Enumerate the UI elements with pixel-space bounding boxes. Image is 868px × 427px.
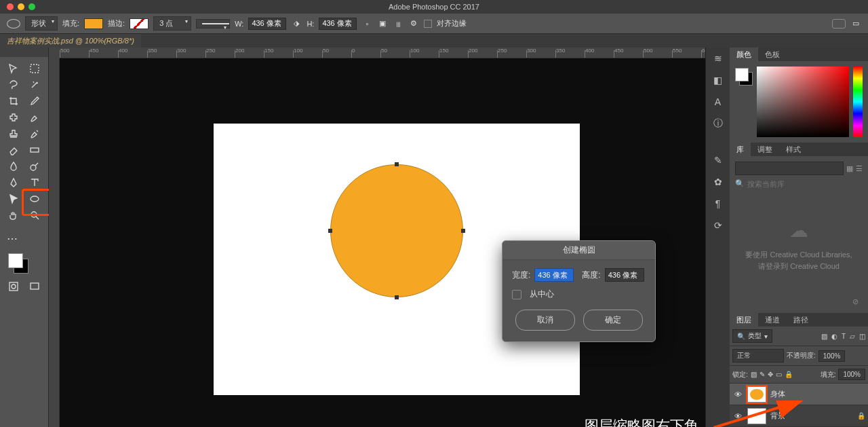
lock-pixels-icon[interactable]: ✎: [760, 371, 765, 378]
transform-handle[interactable]: [461, 229, 465, 233]
edit-toolbar-icon[interactable]: ⋯: [7, 232, 18, 245]
tab-libraries[interactable]: 库: [730, 143, 751, 157]
eraser-tool-icon[interactable]: [4, 143, 24, 157]
fill-opacity-field[interactable]: 100%: [838, 369, 865, 380]
stroke-style-dropdown[interactable]: [196, 19, 230, 29]
transform-handle[interactable]: [328, 229, 332, 233]
path-select-tool-icon[interactable]: [4, 191, 24, 206]
lock-pos-icon[interactable]: ✥: [768, 371, 773, 378]
lock-artboard-icon[interactable]: ▭: [776, 371, 782, 378]
properties-panel-icon[interactable]: ◧: [711, 73, 725, 87]
quickmask-icon[interactable]: [4, 279, 24, 294]
list-view-icon[interactable]: ☰: [856, 164, 863, 173]
pen-tool-icon[interactable]: [4, 175, 24, 190]
tab-channels[interactable]: 通道: [758, 313, 787, 327]
stamp-tool-icon[interactable]: [4, 126, 24, 141]
brush-tool-icon[interactable]: [25, 110, 45, 125]
dodge-tool-icon[interactable]: [25, 159, 45, 174]
grid-view-icon[interactable]: ▦: [846, 164, 853, 173]
lasso-tool-icon[interactable]: [4, 77, 24, 92]
library-search[interactable]: [747, 180, 863, 188]
hand-tool-icon[interactable]: [4, 208, 24, 223]
document-tabs: 吉祥物案例实战.psd @ 100%(RGB/8*): [0, 34, 868, 48]
stroke-weight-dropdown[interactable]: 3 点: [153, 16, 191, 31]
sync-panel-icon[interactable]: ⟳: [711, 219, 725, 232]
close-icon[interactable]: [7, 3, 14, 10]
search-icon[interactable]: [832, 19, 846, 29]
from-center-checkbox[interactable]: [512, 290, 521, 299]
collapsed-panels: ≋ ◧ A ⓘ ✎ ✿ ¶ ⟳: [705, 48, 730, 427]
move-tool-icon[interactable]: [4, 61, 24, 76]
ellipse-tool-icon[interactable]: [7, 19, 20, 29]
blur-tool-icon[interactable]: [4, 159, 24, 174]
character-panel-icon[interactable]: A: [711, 95, 725, 109]
hue-slider[interactable]: [853, 67, 863, 137]
layer-name[interactable]: 身体: [770, 389, 785, 399]
healing-tool-icon[interactable]: [4, 110, 24, 125]
crop-tool-icon[interactable]: [4, 94, 24, 109]
filter-adjust-icon[interactable]: ◐: [831, 333, 837, 340]
cancel-button[interactable]: 取消: [515, 310, 575, 331]
cc-icon[interactable]: ⊘: [852, 297, 859, 305]
mode-dropdown[interactable]: 形状: [25, 16, 58, 31]
lock-all-icon[interactable]: 🔒: [785, 371, 793, 378]
visibility-icon[interactable]: 👁: [732, 390, 743, 398]
right-panels: 颜色 色板 库 调整 样式 ▦ ☰ 🔍 ☁ 要使用 Crea: [730, 48, 868, 427]
height-field[interactable]: [319, 18, 357, 30]
tab-color[interactable]: 颜色: [730, 48, 758, 62]
tab-paths[interactable]: 路径: [787, 313, 815, 327]
transform-handle[interactable]: [395, 162, 399, 166]
filter-type-icon[interactable]: T: [842, 333, 846, 340]
tab-layers[interactable]: 图层: [730, 313, 758, 327]
filter-smart-icon[interactable]: ◫: [859, 333, 865, 340]
history-brush-tool-icon[interactable]: [25, 126, 45, 141]
ok-button[interactable]: 确定: [583, 310, 643, 331]
history-panel-icon[interactable]: ≋: [711, 52, 725, 65]
lock-trans-icon[interactable]: ▧: [751, 371, 757, 378]
marquee-tool-icon[interactable]: [25, 61, 45, 76]
path-align-icon[interactable]: ▫: [361, 18, 372, 29]
layer-filter-dropdown[interactable]: 🔍 类型 ▾: [732, 329, 772, 343]
transform-handle[interactable]: [395, 295, 399, 299]
info-panel-icon[interactable]: ⓘ: [711, 117, 725, 130]
document-tab[interactable]: 吉祥物案例实战.psd @ 100%(RGB/8*): [0, 34, 141, 48]
opacity-field[interactable]: 100%: [818, 350, 846, 362]
create-ellipse-dialog: 创建椭圆 宽度: 高度: 从中心 取消 确定: [502, 240, 656, 342]
color-swatches[interactable]: [8, 253, 28, 274]
color-field[interactable]: [757, 67, 849, 137]
tab-swatches[interactable]: 色板: [758, 48, 787, 62]
gradient-tool-icon[interactable]: [25, 143, 45, 157]
gear-icon[interactable]: ⚙: [408, 18, 419, 29]
path-arrange-icon[interactable]: ▣: [377, 18, 388, 29]
panel-color-swatch[interactable]: [735, 68, 753, 86]
filter-pixel-icon[interactable]: ▧: [821, 333, 827, 340]
type-tool-icon[interactable]: [25, 175, 45, 190]
align-edges-checkbox[interactable]: [424, 20, 432, 28]
dialog-width-field[interactable]: [534, 268, 574, 282]
width-field[interactable]: [248, 18, 286, 30]
fill-swatch[interactable]: [84, 18, 103, 29]
blend-mode-dropdown[interactable]: 正常: [732, 349, 784, 363]
brushes-panel-icon[interactable]: ✎: [711, 153, 725, 167]
stroke-swatch[interactable]: [130, 18, 149, 29]
maximize-icon[interactable]: [28, 3, 35, 10]
paragraph-panel-icon[interactable]: ¶: [711, 197, 725, 210]
layer-thumbnail[interactable]: [747, 386, 766, 403]
dialog-title: 创建椭圆: [502, 241, 655, 260]
minimize-icon[interactable]: [18, 3, 24, 10]
canvas-area[interactable]: 5004504003503002502001501005005010015020…: [49, 48, 705, 427]
brush-presets-panel-icon[interactable]: ✿: [711, 175, 725, 189]
link-icon[interactable]: ⬗: [291, 18, 302, 29]
window-controls[interactable]: [0, 3, 35, 10]
filter-shape-icon[interactable]: ▱: [850, 333, 855, 340]
library-dropdown[interactable]: [735, 162, 844, 175]
path-options-icon[interactable]: ⫼: [393, 18, 403, 29]
screenmode-icon[interactable]: [25, 279, 45, 294]
ellipse-shape[interactable]: [330, 164, 463, 297]
workspace-switcher-icon[interactable]: ▭: [850, 18, 861, 29]
tab-styles[interactable]: 样式: [779, 143, 808, 157]
magic-wand-tool-icon[interactable]: [25, 77, 45, 92]
dialog-height-field[interactable]: [605, 268, 644, 282]
tab-adjustments[interactable]: 调整: [751, 143, 779, 157]
eyedropper-tool-icon[interactable]: [25, 94, 45, 109]
